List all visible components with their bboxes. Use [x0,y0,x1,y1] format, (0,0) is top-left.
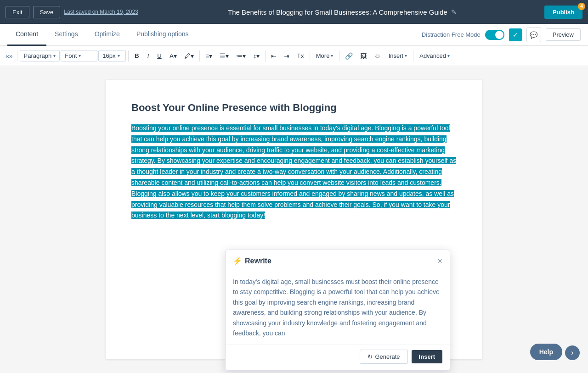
toolbar: «» Paragraph ▾ Font ▾ 16px ▾ B I U A▾ 🖊▾… [0,46,588,66]
save-button[interactable]: Save [33,6,61,18]
text-color-button[interactable]: A▾ [166,50,180,62]
rewrite-title: ⚡ Rewrite [233,256,271,265]
edit-title-icon[interactable]: ✎ [451,8,457,16]
rewrite-popup: ⚡ Rewrite × In today's digital age, smal… [225,250,450,371]
generate-icon: ↻ [368,353,373,360]
selected-text: Boosting your online presence is essenti… [131,124,456,219]
emoji-button[interactable]: ☺ [371,50,384,62]
insert-rewrite-button[interactable]: Insert [412,350,442,363]
close-popup-button[interactable]: × [437,257,442,265]
paragraph-select[interactable]: Paragraph ▾ [20,50,60,61]
advanced-chevron: ▾ [447,53,450,58]
font-select[interactable]: Font ▾ [61,50,97,61]
last-saved-text: Last saved on March 19, 2023 [64,9,138,15]
toolbar-collapse-button[interactable]: «» [4,50,15,61]
tab-content[interactable]: Content [7,24,46,46]
line-height-button[interactable]: ↕▾ [250,50,263,62]
notification-badge: 4 [578,3,585,10]
paragraph-chevron: ▾ [53,53,56,58]
toolbar-divider-3 [199,50,200,61]
checkmark-button[interactable]: ✓ [509,28,522,41]
generate-button[interactable]: ↻ Generate [360,350,407,364]
toolbar-divider-6 [339,50,339,61]
lightning-icon: ⚡ [233,256,242,265]
preview-button[interactable]: Preview [546,28,581,41]
toggle-knob [495,31,503,39]
rewrite-popup-header: ⚡ Rewrite × [226,250,450,270]
tab-publishing-options[interactable]: Publishing options [128,24,197,46]
toolbar-divider-7 [413,50,413,61]
exit-button[interactable]: Exit [6,6,29,18]
top-bar: Exit Save Last saved on March 19, 2023 T… [0,0,588,24]
font-chevron: ▾ [79,53,81,58]
link-button[interactable]: 🔗 [342,50,356,62]
toolbar-divider-5 [310,50,310,61]
help-button[interactable]: Help [530,344,562,360]
distraction-free-toggle[interactable] [485,30,504,40]
toolbar-divider-2 [128,50,129,61]
generate-label: Generate [375,353,400,360]
publish-button[interactable]: Publish 4 [544,6,582,19]
insert-chevron: ▾ [405,53,407,58]
editor-heading: Boost Your Online Presence with Blogging [131,102,457,114]
underline-button[interactable]: U [153,50,165,61]
format-button[interactable]: Tx [294,50,307,62]
editor-area: Boost Your Online Presence with Blogging… [0,66,588,373]
distraction-free-label: Distraction Free Mode [422,31,481,38]
advanced-button[interactable]: Advanced ▾ [416,50,453,61]
toolbar-divider-1 [17,50,17,61]
image-button[interactable]: 🖼 [357,50,370,62]
bold-button[interactable]: B [131,50,142,61]
unordered-list-button[interactable]: ☰▾ [216,50,232,62]
rewrite-popup-footer: ↻ Generate Insert [226,345,450,370]
rewrite-title-text: Rewrite [245,257,271,265]
more-button[interactable]: More ▾ [312,50,337,61]
rewrite-body-text: In today's digital age, small businesses… [233,278,440,337]
nav-right-controls: Distraction Free Mode ✓ 💬 Preview [422,28,581,42]
editor-content[interactable]: Boost Your Online Presence with Blogging… [106,80,482,359]
tab-settings[interactable]: Settings [46,24,86,46]
page-title-area: The Benefits of Blogging for Small Busin… [144,8,541,16]
align-button[interactable]: ≡▾ [202,50,215,62]
page-title: The Benefits of Blogging for Small Busin… [228,8,447,16]
italic-button[interactable]: I [144,50,153,61]
font-size-select[interactable]: 16px ▾ [98,50,126,61]
chat-icon-button[interactable]: 💬 [526,28,541,42]
nav-tabs: Content Settings Optimize Publishing opt… [0,24,588,46]
tab-optimize[interactable]: Optimize [86,24,128,46]
more-chevron: ▾ [331,53,333,58]
indent-button[interactable]: ⇥ [281,50,293,62]
rewrite-popup-body: In today's digital age, small businesses… [226,270,450,345]
highlight-button[interactable]: 🖊▾ [181,50,197,62]
font-size-chevron: ▾ [118,53,120,58]
editor-paragraph[interactable]: Boosting your online presence is essenti… [131,123,457,221]
ordered-list-button[interactable]: ≔▾ [233,50,249,62]
insert-button[interactable]: Insert ▾ [385,50,411,61]
outdent-button[interactable]: ⇤ [268,50,280,62]
toolbar-divider-4 [265,50,266,61]
side-collapse-button[interactable]: › [565,345,580,360]
